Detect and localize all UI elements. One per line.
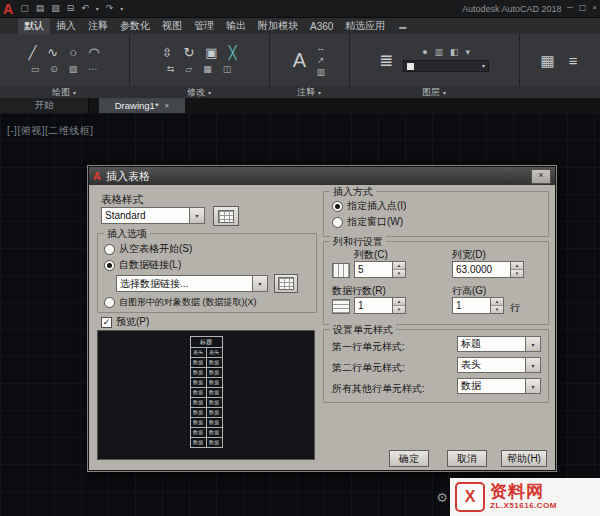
close-tab-icon[interactable]: × xyxy=(165,101,170,110)
maximize-icon[interactable]: ▢ xyxy=(579,3,587,12)
col-width-spinner[interactable]: 63.0000 ▴ ▾ xyxy=(452,261,524,278)
line-icon[interactable]: ╱ xyxy=(29,46,37,59)
ok-button[interactable]: 确定 xyxy=(389,450,429,467)
table-preview-pane: 标题 表头表头 数据数据 数据数据 数据数据 数据数据 数据数据 数据数据 数据… xyxy=(97,330,315,460)
tab-manage[interactable]: 管理 xyxy=(188,18,220,34)
row-height-spinner[interactable]: 1 ▴ ▾ xyxy=(452,297,504,314)
trim-icon[interactable]: ╳ xyxy=(229,46,237,59)
radio-insertion-point[interactable]: 指定插入点(I) xyxy=(332,199,406,213)
tab-annotate[interactable]: 注释 xyxy=(82,18,114,34)
arc-icon[interactable]: ◠ xyxy=(88,46,99,59)
rotate-icon[interactable]: ↻ xyxy=(183,46,194,59)
spinner-down-icon[interactable]: ▾ xyxy=(393,269,405,277)
cancel-button[interactable]: 取消 xyxy=(447,450,487,467)
autocad-logo-icon[interactable]: A xyxy=(3,2,13,16)
chevron-down-icon: ▾ xyxy=(443,89,446,96)
spinner-up-icon[interactable]: ▴ xyxy=(393,262,405,269)
polyline-icon[interactable]: ∿ xyxy=(47,46,58,59)
layers-panel-label[interactable]: 图层 ▾ xyxy=(350,86,518,98)
layer-color-swatch xyxy=(407,63,414,70)
file-tab-start[interactable]: 开始 xyxy=(0,98,89,113)
radio-icon xyxy=(104,244,115,255)
radio-from-object-data[interactable]: 自图形中的对象数据 (数据提取)(X) xyxy=(104,296,257,309)
spinner-down-icon[interactable]: ▾ xyxy=(393,305,405,313)
open-file-icon[interactable]: ▤ xyxy=(36,4,45,13)
ribbon-collapse-icon[interactable]: ▬ xyxy=(391,18,414,34)
other-rows-style-dropdown[interactable]: 数据 ▾ xyxy=(457,378,541,394)
minimize-icon[interactable]: ─ xyxy=(567,3,573,12)
redo-dropdown-icon[interactable]: ▾ xyxy=(120,6,123,12)
plot-icon[interactable]: ⊟ xyxy=(67,4,75,13)
save-icon[interactable]: ▧ xyxy=(51,4,60,13)
tab-view[interactable]: 视图 xyxy=(156,18,188,34)
copy-icon[interactable]: ▣ xyxy=(205,46,217,59)
preview-cell: 数据 xyxy=(206,428,222,438)
more-tools-icon[interactable]: ⋯ xyxy=(88,65,97,74)
layer-tools-dropdown-icon[interactable]: ▾ xyxy=(466,48,471,57)
watermark: X 资料网 ZL.X51616.COM xyxy=(450,478,600,516)
layer-selector-dropdown[interactable]: ▾ xyxy=(403,60,489,72)
spinner-up-icon[interactable]: ▴ xyxy=(393,298,405,305)
leader-icon[interactable]: ↗ xyxy=(317,56,325,65)
tab-a360[interactable]: A360 xyxy=(304,18,339,34)
tab-output[interactable]: 输出 xyxy=(220,18,252,34)
properties-icon[interactable]: ≡ xyxy=(569,53,578,68)
explode-icon[interactable]: ◫ xyxy=(223,65,232,74)
modify-panel: ⇳ ↻ ▣ ╳ ⇆ ▱ ▦ ◫ xyxy=(130,34,268,86)
data-link-dropdown[interactable]: 选择数据链接... ▾ xyxy=(116,275,268,292)
preview-cell: 数据 xyxy=(190,428,206,438)
radio-from-empty-table[interactable]: 从空表格开始(S) xyxy=(104,242,192,256)
insert-block-icon[interactable]: ▦ xyxy=(541,53,555,68)
move-icon[interactable]: ⇳ xyxy=(162,46,173,59)
stretch-icon[interactable]: ▱ xyxy=(185,65,192,74)
data-link-icon xyxy=(278,277,294,290)
undo-icon[interactable]: ↶ xyxy=(81,4,89,13)
tab-parametric[interactable]: 参数化 xyxy=(114,18,156,34)
spinner-up-icon[interactable]: ▴ xyxy=(491,298,503,305)
file-tab-drawing1[interactable]: Drawing1* × xyxy=(99,98,185,113)
dimension-icon[interactable]: ↔ xyxy=(316,44,325,53)
first-row-style-dropdown[interactable]: 标题 ▾ xyxy=(457,336,541,352)
rectangle-icon[interactable]: ▭ xyxy=(31,65,40,74)
data-rows-spinner[interactable]: 1 ▴ ▾ xyxy=(354,297,406,314)
help-button[interactable]: 帮助(H) xyxy=(501,450,547,467)
circle-icon[interactable]: ○ xyxy=(69,46,77,59)
undo-dropdown-icon[interactable]: ▾ xyxy=(96,6,99,12)
second-row-style-dropdown[interactable]: 表头 ▾ xyxy=(457,357,541,373)
layer-isolate-icon[interactable]: ◧ xyxy=(450,48,459,57)
spinner-down-icon[interactable]: ▾ xyxy=(491,305,503,313)
tab-featured-apps[interactable]: 精选应用 xyxy=(339,18,391,34)
spinner-down-icon[interactable]: ▾ xyxy=(511,269,523,277)
radio-from-data-link[interactable]: 自数据链接(L) xyxy=(104,258,181,272)
modify-panel-label[interactable]: 修改 ▾ xyxy=(130,86,268,98)
layer-properties-icon[interactable]: ≣ xyxy=(379,52,393,69)
dialog-close-button[interactable]: × xyxy=(531,169,551,184)
text-icon[interactable]: A xyxy=(293,50,306,70)
spinner-up-icon[interactable]: ▴ xyxy=(511,262,523,269)
redo-icon[interactable]: ↷ xyxy=(106,4,114,13)
launch-table-style-dialog-button[interactable] xyxy=(213,206,239,226)
tab-addins[interactable]: 附加模块 xyxy=(252,18,304,34)
draw-panel-label[interactable]: 绘图 ▾ xyxy=(0,86,128,98)
ellipse-icon[interactable]: ⊙ xyxy=(50,65,58,74)
hatch-icon[interactable]: ▨ xyxy=(69,65,78,74)
gear-icon[interactable]: ⚙ xyxy=(436,490,448,505)
new-file-icon[interactable]: ▢ xyxy=(20,4,29,13)
columns-spinner[interactable]: 5 ▴ ▾ xyxy=(354,261,406,278)
tab-default[interactable]: 默认 xyxy=(18,18,50,34)
dialog-title-bar[interactable]: A 插入表格 × xyxy=(89,167,555,185)
mirror-icon[interactable]: ⇆ xyxy=(167,65,175,74)
table-icon[interactable]: ▥ xyxy=(316,68,325,77)
preview-checkbox[interactable]: ✓ 预览(P) xyxy=(101,315,149,329)
layer-state-icon[interactable]: ▥ xyxy=(435,48,444,57)
data-link-manager-button[interactable] xyxy=(274,274,298,293)
radio-specify-window[interactable]: 指定窗口(W) xyxy=(332,215,403,229)
check-icon: ✓ xyxy=(101,317,112,328)
viewport-controls[interactable]: [-][俯视][二维线框] xyxy=(7,124,94,138)
annotation-panel-label[interactable]: 注释 ▾ xyxy=(270,86,348,98)
close-window-icon[interactable]: × xyxy=(592,3,597,12)
tab-insert[interactable]: 插入 xyxy=(50,18,82,34)
table-style-dropdown[interactable]: Standard ▾ xyxy=(101,207,205,224)
array-icon[interactable]: ▦ xyxy=(203,65,212,74)
layer-on-icon[interactable]: ● xyxy=(422,48,427,57)
